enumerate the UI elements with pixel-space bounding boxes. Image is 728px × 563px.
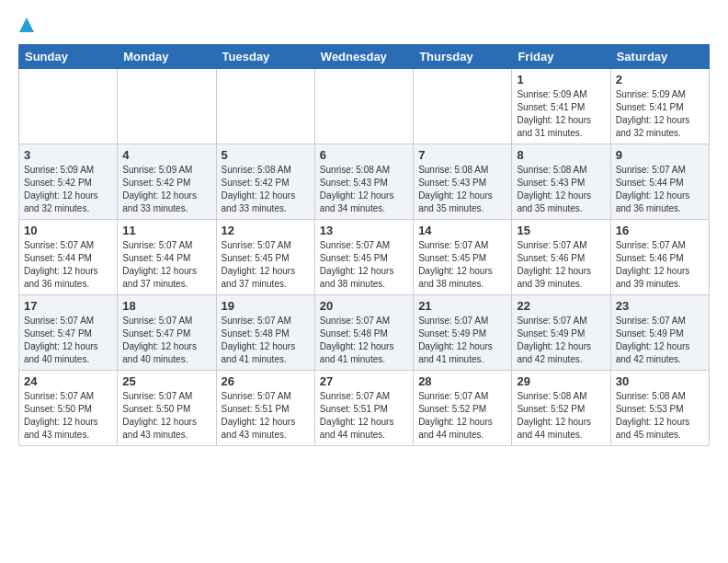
calendar-cell-day-2: 2Sunrise: 5:09 AMSunset: 5:41 PMDaylight… — [610, 69, 709, 144]
cell-line-3: and 35 minutes. — [517, 203, 582, 213]
weekday-header-tuesday: Tuesday — [216, 45, 314, 69]
cell-line-3: and 37 minutes. — [222, 279, 287, 289]
calendar-week-4: 17Sunrise: 5:07 AMSunset: 5:47 PMDayligh… — [19, 295, 710, 371]
cell-line-1: Sunset: 5:44 PM — [122, 253, 190, 263]
weekday-header-saturday: Saturday — [610, 45, 709, 69]
day-number: 5 — [222, 148, 310, 162]
cell-line-2: Daylight: 12 hours — [24, 190, 98, 201]
cell-line-0: Sunrise: 5:07 AM — [320, 240, 390, 250]
svg-marker-0 — [19, 17, 34, 32]
day-number: 22 — [517, 299, 605, 313]
calendar-cell-day-8: 8Sunrise: 5:08 AMSunset: 5:43 PMDaylight… — [512, 144, 610, 220]
cell-line-3: and 36 minutes. — [24, 279, 89, 289]
day-number: 14 — [418, 224, 506, 237]
calendar-cell-empty — [414, 69, 512, 144]
weekday-header-sunday: Sunday — [19, 45, 118, 69]
day-number: 10 — [24, 224, 112, 237]
cell-line-2: Daylight: 12 hours — [222, 417, 296, 427]
cell-line-2: Daylight: 12 hours — [517, 417, 591, 427]
cell-line-3: and 36 minutes. — [616, 203, 681, 213]
cell-line-2: Daylight: 12 hours — [320, 341, 394, 351]
day-number: 17 — [24, 299, 112, 313]
cell-line-0: Sunrise: 5:09 AM — [122, 165, 192, 175]
cell-line-2: Daylight: 12 hours — [122, 341, 197, 351]
day-number: 7 — [418, 148, 506, 162]
cell-line-3: and 43 minutes. — [24, 430, 89, 440]
cell-line-0: Sunrise: 5:08 AM — [222, 165, 291, 175]
cell-line-1: Sunset: 5:51 PM — [320, 404, 388, 414]
cell-line-2: Daylight: 12 hours — [24, 341, 98, 351]
cell-content: Sunrise: 5:07 AMSunset: 5:45 PMDaylight:… — [222, 239, 310, 291]
cell-line-0: Sunrise: 5:07 AM — [222, 240, 291, 250]
day-number: 19 — [222, 299, 310, 313]
day-number: 16 — [616, 224, 704, 237]
day-number: 27 — [320, 374, 408, 388]
cell-line-2: Daylight: 12 hours — [418, 341, 493, 351]
cell-line-3: and 39 minutes. — [517, 279, 582, 289]
day-number: 8 — [517, 148, 605, 162]
calendar-cell-day-27: 27Sunrise: 5:07 AMSunset: 5:51 PMDayligh… — [314, 371, 413, 446]
cell-line-2: Daylight: 12 hours — [320, 417, 394, 427]
day-number: 28 — [418, 374, 506, 388]
cell-line-0: Sunrise: 5:07 AM — [24, 240, 94, 250]
cell-content: Sunrise: 5:08 AMSunset: 5:43 PMDaylight:… — [517, 164, 605, 215]
day-number: 24 — [24, 374, 112, 388]
day-number: 11 — [122, 224, 210, 237]
cell-content: Sunrise: 5:07 AMSunset: 5:45 PMDaylight:… — [320, 239, 408, 291]
cell-line-2: Daylight: 12 hours — [517, 341, 591, 351]
calendar-cell-day-26: 26Sunrise: 5:07 AMSunset: 5:51 PMDayligh… — [216, 371, 314, 446]
day-number: 9 — [616, 148, 704, 162]
calendar-cell-day-6: 6Sunrise: 5:08 AMSunset: 5:43 PMDaylight… — [314, 144, 413, 220]
weekday-header-row: SundayMondayTuesdayWednesdayThursdayFrid… — [19, 45, 710, 69]
cell-line-2: Daylight: 12 hours — [517, 115, 591, 125]
cell-content: Sunrise: 5:07 AMSunset: 5:45 PMDaylight:… — [418, 239, 506, 291]
cell-line-1: Sunset: 5:46 PM — [517, 253, 585, 263]
cell-line-3: and 38 minutes. — [418, 279, 483, 289]
cell-content: Sunrise: 5:07 AMSunset: 5:49 PMDaylight:… — [517, 315, 605, 366]
calendar-cell-day-20: 20Sunrise: 5:07 AMSunset: 5:48 PMDayligh… — [314, 295, 413, 371]
cell-line-3: and 41 minutes. — [222, 354, 287, 364]
cell-line-0: Sunrise: 5:07 AM — [418, 391, 488, 401]
cell-line-1: Sunset: 5:44 PM — [24, 253, 92, 263]
calendar-cell-day-18: 18Sunrise: 5:07 AMSunset: 5:47 PMDayligh… — [118, 295, 216, 371]
cell-content: Sunrise: 5:09 AMSunset: 5:41 PMDaylight:… — [616, 88, 704, 140]
cell-line-3: and 45 minutes. — [616, 430, 681, 440]
cell-line-3: and 33 minutes. — [122, 203, 188, 213]
cell-line-2: Daylight: 12 hours — [418, 266, 493, 276]
weekday-header-monday: Monday — [118, 45, 216, 69]
cell-content: Sunrise: 5:09 AMSunset: 5:42 PMDaylight:… — [122, 164, 210, 215]
cell-line-3: and 31 minutes. — [517, 128, 582, 138]
cell-line-0: Sunrise: 5:08 AM — [517, 391, 586, 401]
cell-line-2: Daylight: 12 hours — [517, 266, 591, 276]
cell-line-1: Sunset: 5:51 PM — [222, 404, 290, 414]
cell-content: Sunrise: 5:07 AMSunset: 5:46 PMDaylight:… — [616, 239, 704, 291]
day-number: 18 — [122, 299, 210, 313]
cell-line-0: Sunrise: 5:07 AM — [24, 391, 94, 401]
cell-line-1: Sunset: 5:48 PM — [320, 328, 388, 339]
day-number: 25 — [122, 374, 210, 388]
cell-line-0: Sunrise: 5:07 AM — [222, 316, 291, 326]
cell-line-1: Sunset: 5:43 PM — [418, 178, 486, 188]
cell-line-3: and 41 minutes. — [320, 354, 385, 364]
cell-line-0: Sunrise: 5:08 AM — [616, 391, 686, 401]
cell-line-0: Sunrise: 5:08 AM — [418, 165, 488, 175]
cell-line-2: Daylight: 12 hours — [122, 417, 197, 427]
cell-line-2: Daylight: 12 hours — [616, 115, 690, 125]
cell-line-3: and 44 minutes. — [320, 430, 385, 440]
cell-content: Sunrise: 5:09 AMSunset: 5:41 PMDaylight:… — [517, 88, 605, 140]
cell-content: Sunrise: 5:09 AMSunset: 5:42 PMDaylight:… — [24, 164, 112, 215]
cell-line-2: Daylight: 12 hours — [122, 266, 197, 276]
cell-content: Sunrise: 5:07 AMSunset: 5:48 PMDaylight:… — [222, 315, 310, 366]
cell-line-1: Sunset: 5:45 PM — [418, 253, 486, 263]
day-number: 23 — [616, 299, 704, 313]
cell-content: Sunrise: 5:07 AMSunset: 5:49 PMDaylight:… — [418, 315, 506, 366]
cell-content: Sunrise: 5:07 AMSunset: 5:49 PMDaylight:… — [616, 315, 704, 366]
cell-content: Sunrise: 5:07 AMSunset: 5:48 PMDaylight:… — [320, 315, 408, 366]
cell-line-1: Sunset: 5:53 PM — [616, 404, 684, 414]
calendar-cell-day-11: 11Sunrise: 5:07 AMSunset: 5:44 PMDayligh… — [118, 220, 216, 295]
day-number: 3 — [24, 148, 112, 162]
calendar-cell-day-25: 25Sunrise: 5:07 AMSunset: 5:50 PMDayligh… — [118, 371, 216, 446]
calendar-cell-day-12: 12Sunrise: 5:07 AMSunset: 5:45 PMDayligh… — [216, 220, 314, 295]
cell-line-2: Daylight: 12 hours — [24, 417, 98, 427]
cell-content: Sunrise: 5:07 AMSunset: 5:47 PMDaylight:… — [24, 315, 112, 366]
